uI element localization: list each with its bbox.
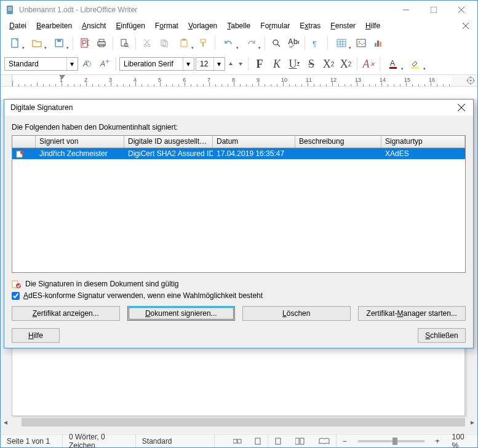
font-color-button[interactable]: A▾ [383,56,404,72]
save-button[interactable]: ▾ [49,35,70,51]
ades-checkbox[interactable] [12,292,20,300]
menu-close-x-icon[interactable] [458,22,474,30]
clear-formatting-button[interactable]: A✕ [360,56,376,72]
zoom-in-button[interactable]: + [429,434,446,447]
delete-signature-button[interactable]: Löschen [242,306,351,321]
view-certificate-button[interactable]: Zertifikat anzeigen... [12,306,120,321]
new-doc-button[interactable]: ▾ [4,35,25,51]
menu-tabelle[interactable]: Tabelle [222,20,255,31]
open-button[interactable]: ▾ [26,35,47,51]
bold-button[interactable]: F [252,56,268,72]
certificate-icon [12,149,36,158]
action-button-row: Zertifikat anzeigen... Dokument signiere… [12,306,466,321]
status-word-count[interactable]: 0 Wörter, 0 Zeichen [63,434,136,447]
valid-status-row: Die Signaturen in diesem Dokument sind g… [12,279,466,289]
ades-checkbox-label: AdES-konforme Signatur verwenden, wenn e… [23,291,263,300]
print-button[interactable] [94,35,110,51]
svg-rect-68 [300,438,304,444]
dialog-close-button[interactable] [453,100,469,115]
status-selection-mode[interactable] [227,434,248,447]
status-page[interactable]: Seite 1 von 1 [1,434,63,447]
svg-rect-27 [181,40,187,47]
maximize-button[interactable] [420,1,447,19]
formatting-marks-button[interactable]: ¶ [308,35,324,51]
table-row[interactable]: Jindřich Zechmeister DigiCert SHA2 Assur… [12,148,465,159]
column-icon[interactable] [12,136,36,147]
scroll-left-arrow-icon[interactable]: ◂ [1,417,10,427]
status-view-multi-icon[interactable] [289,434,313,447]
grow-font-button[interactable] [226,56,235,72]
paragraph-style-value: Standard [9,60,39,68]
zoom-percent[interactable]: 100 % [446,434,477,447]
column-signature-type[interactable]: Signaturtyp [381,136,465,147]
subscript-button[interactable]: X2 [338,56,354,72]
font-name-combo[interactable]: Liberation Serif ▾ [119,57,194,71]
superscript-button[interactable]: X2 [321,56,337,72]
svg-rect-64 [237,439,241,443]
zoom-slider[interactable] [358,440,424,442]
horizontal-ruler[interactable]: 112345678910111213141516 [12,75,452,86]
paste-button[interactable]: ▾ [173,35,194,51]
menu-ansicht[interactable]: Ansicht [77,20,111,31]
undo-button[interactable]: ▾ [218,35,239,51]
svg-rect-65 [255,438,260,444]
copy-button[interactable] [156,35,172,51]
update-style-button[interactable]: A [79,56,95,72]
strike-button[interactable]: S [303,56,319,72]
svg-rect-3 [8,10,12,10]
new-style-button[interactable]: A+ [97,56,113,72]
print-preview-button[interactable] [116,35,132,51]
table-header: Signiert von Digitale ID ausgestellt du.… [12,136,465,148]
menu-einfuegen[interactable]: Einfügen [111,20,149,31]
menu-formular[interactable]: Formular [255,20,295,31]
column-date[interactable]: Datum [213,136,295,147]
cell-date: 17.04.2019 16:35:47 [213,149,295,158]
ruler-bar: 112345678910111213141516 [1,74,477,87]
menu-datei[interactable]: Datei [4,20,31,31]
paragraph-style-combo[interactable]: Standard ▾ [4,57,78,71]
sidebar-settings-gear-icon[interactable] [464,74,477,87]
insert-chart-button[interactable] [370,35,386,51]
menu-format[interactable]: Format [150,20,183,31]
chevron-down-icon[interactable]: ▾ [183,58,193,70]
status-view-single-icon[interactable] [268,434,289,447]
column-signed-by[interactable]: Signiert von [36,136,124,147]
insert-table-button[interactable]: ▾ [331,35,352,51]
sign-document-button[interactable]: Dokument signieren... [127,306,236,321]
clone-formatting-button[interactable] [196,35,212,51]
export-pdf-button[interactable]: PDF [76,35,92,51]
status-insert-mode[interactable] [248,434,268,447]
column-issuer[interactable]: Digitale ID ausgestellt du... [124,136,213,147]
zoom-out-button[interactable]: − [337,434,353,447]
find-replace-button[interactable] [268,35,284,51]
certificate-manager-button[interactable]: Zertifikat-Manager starten... [358,306,466,321]
formatting-toolbar: Standard ▾ A A+ Liberation Serif ▾ 12 ▾ … [1,53,477,74]
close-button[interactable] [447,1,475,19]
menu-hilfe[interactable]: Hilfe [360,20,385,31]
cut-button[interactable] [139,35,155,51]
help-button[interactable]: Hilfe [12,328,60,343]
status-page-style[interactable]: Standard [136,434,215,447]
italic-button[interactable]: K [269,56,285,72]
menu-bearbeiten[interactable]: Bearbeiten [31,20,77,31]
scroll-right-arrow-icon[interactable]: ▸ [468,417,477,427]
insert-image-button[interactable] [353,35,369,51]
close-dialog-button[interactable]: Schließen [418,328,466,343]
digital-signatures-dialog: Digitale Signaturen Die Folgenden haben … [4,99,474,348]
menu-extras[interactable]: Extras [295,20,325,31]
column-description[interactable]: Beschreibung [295,136,381,147]
font-size-combo[interactable]: 12 ▾ [196,57,225,71]
horizontal-scrollbar[interactable]: ◂ ▸ [1,417,477,427]
chevron-down-icon[interactable]: ▾ [213,58,223,70]
menu-vorlagen[interactable]: Vorlagen [183,20,222,31]
spellcheck-button[interactable]: Abς [285,35,301,51]
signatures-table[interactable]: Signiert von Digitale ID ausgestellt du.… [12,135,466,273]
chevron-down-icon[interactable]: ▾ [66,58,76,70]
minimize-button[interactable] [392,1,420,19]
highlight-color-button[interactable]: ▾ [405,56,426,72]
underline-button[interactable]: U▾ [286,56,302,72]
status-view-book-icon[interactable] [313,434,337,447]
menu-fenster[interactable]: Fenster [325,20,360,31]
shrink-font-button[interactable] [236,56,245,72]
redo-button[interactable]: ▾ [241,35,261,51]
